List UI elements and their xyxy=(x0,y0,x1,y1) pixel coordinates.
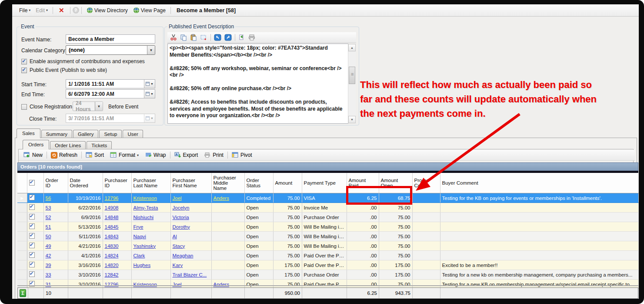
first-name-link[interactable]: Victoria xyxy=(173,215,189,220)
tab-summary[interactable]: Summary xyxy=(41,130,72,138)
cell-purchaser-id[interactable]: 14830 xyxy=(103,241,131,251)
purchaser-id-link[interactable]: 12842 xyxy=(105,272,119,277)
cell-last-name[interactable]: Naqvi xyxy=(131,232,170,241)
copy-icon[interactable] xyxy=(180,34,187,41)
delete-icon[interactable]: ✕ xyxy=(55,7,68,14)
cell-first-name[interactable]: Trail Blazer C... xyxy=(170,270,211,280)
row-checkbox[interactable] xyxy=(29,271,35,277)
cell-last-name[interactable]: Yashinsky xyxy=(131,241,170,251)
row-checkbox-cell[interactable] xyxy=(27,241,43,251)
menu-file[interactable]: File▾ xyxy=(17,7,33,14)
sort-button[interactable]: Sort xyxy=(83,151,106,159)
column-header[interactable]: Order ID xyxy=(43,173,68,193)
row-checkbox[interactable] xyxy=(29,243,35,248)
order-id-link[interactable]: 52 xyxy=(46,215,51,220)
order-row[interactable]: 494/21/201614830YashinskyStacyOpen75.00W… xyxy=(17,241,638,251)
print-button[interactable]: Print xyxy=(202,151,226,159)
order-row[interactable]: 536/22/201614908Almy-TestaJocelynOpen75.… xyxy=(17,203,638,213)
cell-first-name[interactable]: Victoria xyxy=(170,213,211,222)
order-id-link[interactable]: 51 xyxy=(46,224,51,230)
pivot-button[interactable]: Pivot xyxy=(230,151,254,159)
paste-icon[interactable] xyxy=(190,34,197,41)
cut-icon[interactable] xyxy=(170,34,177,41)
column-header[interactable]: Buyer Comment xyxy=(440,173,638,193)
order-row[interactable]: 393/16/201614820HughesKaryOpen175.00Paid… xyxy=(17,260,638,270)
row-checkbox[interactable] xyxy=(29,204,35,210)
cell-last-name[interactable]: Hughes xyxy=(131,260,170,270)
last-name-link[interactable]: Frye xyxy=(133,224,143,230)
end-time-input[interactable]: 6/ 6/2079 12:00 AM ▼ xyxy=(66,89,155,98)
sigma-icon[interactable]: Σ xyxy=(20,289,26,297)
column-header[interactable]: Purchaser Middle Name xyxy=(211,173,244,193)
tab-setup[interactable]: Setup xyxy=(99,130,122,138)
row-checkbox[interactable] xyxy=(29,195,35,200)
cell-first-name[interactable]: Joel xyxy=(170,193,211,203)
tab-gallery[interactable]: Gallery xyxy=(73,130,98,138)
close-registration-select[interactable]: 24 Hours ▼ xyxy=(73,101,103,111)
cell-middle-name[interactable]: Anders xyxy=(211,193,244,203)
first-name-link[interactable]: Meaghan xyxy=(173,253,194,258)
column-header[interactable]: Payment Type xyxy=(302,173,347,193)
cell-order-id[interactable]: 51 xyxy=(43,222,68,232)
column-header[interactable]: Date Ordered xyxy=(68,173,103,193)
event-name-input[interactable]: Become a Member xyxy=(66,34,155,44)
cell-order-id[interactable]: 53 xyxy=(43,203,68,213)
public-event-checkbox[interactable] xyxy=(21,68,27,73)
last-name-link[interactable]: Naqvi xyxy=(133,234,146,239)
column-header[interactable]: Order Status xyxy=(244,173,273,193)
row-checkbox-cell[interactable] xyxy=(27,270,43,280)
cell-last-name[interactable]: Clark xyxy=(131,251,170,260)
order-id-link[interactable]: 42 xyxy=(46,253,51,258)
cell-order-id[interactable]: 42 xyxy=(43,251,68,260)
cell-purchaser-id[interactable]: 14848 xyxy=(103,213,131,222)
order-row[interactable]: 424/1/201614824ClarkMeaghanOpen75.00Paid… xyxy=(17,251,638,260)
order-row[interactable]: 526/9/201614848NishiuchiVictoriaOpen75.0… xyxy=(17,213,638,222)
scrollbar-thumb[interactable] xyxy=(349,67,355,84)
close-time-input[interactable]: 3/ 7/2016 11:51 AM ▼ xyxy=(66,114,155,123)
scroll-up-icon[interactable]: ▲ xyxy=(348,44,356,51)
scroll-down-icon[interactable]: ▼ xyxy=(348,116,356,123)
cell-purchaser-id[interactable]: 14820 xyxy=(103,260,131,270)
purchaser-id-link[interactable]: 12796 xyxy=(105,196,119,201)
cell-purchaser-id[interactable]: 14845 xyxy=(103,222,131,232)
cell-purchaser-id[interactable]: 14824 xyxy=(103,251,131,260)
order-row[interactable]: 505/11/201614843NaqviAlOpen75.00Will Be … xyxy=(17,232,638,241)
calendar-picker-icon[interactable]: ▼ xyxy=(144,80,155,88)
wrap-button[interactable]: Wrap xyxy=(143,151,168,159)
column-header[interactable]: Promo Code xyxy=(412,173,440,193)
first-name-link[interactable]: Jocelyn xyxy=(173,205,190,210)
column-header[interactable]: Amount Open xyxy=(379,173,412,193)
undo-icon[interactable] xyxy=(214,34,221,41)
last-name-link[interactable]: Kristenson xyxy=(133,196,157,201)
cell-last-name[interactable]: Nishiuchi xyxy=(131,213,170,222)
cell-purchaser-id[interactable]: 12796 xyxy=(103,193,131,203)
purchaser-id-link[interactable]: 14824 xyxy=(105,253,119,258)
row-checkbox-cell[interactable] xyxy=(27,193,43,203)
cell-order-id[interactable]: 39 xyxy=(43,260,68,270)
cell-first-name[interactable]: Jocelyn xyxy=(170,203,211,213)
row-checkbox[interactable] xyxy=(29,252,35,258)
first-name-link[interactable]: Joel xyxy=(173,196,182,201)
purchaser-id-link[interactable]: 14830 xyxy=(105,243,119,249)
close-registration-checkbox[interactable] xyxy=(21,104,27,110)
start-time-input[interactable]: 1/ 1/2016 11:51 AM ▼ xyxy=(66,79,155,88)
tab-user[interactable]: User xyxy=(123,130,143,138)
column-header[interactable]: Purchaser ID xyxy=(103,173,131,193)
column-header[interactable]: Amount xyxy=(273,173,302,193)
first-name-link[interactable]: Kary xyxy=(173,263,183,268)
column-header[interactable]: Purchaser First Name xyxy=(170,173,211,193)
chevron-down-icon[interactable]: ▼ xyxy=(147,46,155,54)
last-name-link[interactable]: Yashinsky xyxy=(133,243,156,249)
row-checkbox[interactable] xyxy=(29,223,35,229)
row-checkbox[interactable] xyxy=(29,233,35,239)
description-html-textarea[interactable]: <p><b><span style="font-size: 18px; colo… xyxy=(167,44,348,124)
row-checkbox-cell[interactable] xyxy=(27,203,43,213)
enable-contributions-checkbox-row[interactable]: Enable assignment of contributions and e… xyxy=(21,58,145,64)
order-id-link[interactable]: 50 xyxy=(46,234,51,239)
row-checkbox[interactable] xyxy=(29,214,35,220)
order-row[interactable]: 333/10/201612842Trail Blazer C...Open175… xyxy=(17,270,638,280)
description-scrollbar[interactable]: ▲ ▼ xyxy=(348,44,356,123)
cell-order-id[interactable]: 49 xyxy=(43,241,68,251)
purchaser-id-link[interactable]: 14908 xyxy=(105,205,119,210)
tab-sales[interactable]: Sales xyxy=(17,128,40,138)
